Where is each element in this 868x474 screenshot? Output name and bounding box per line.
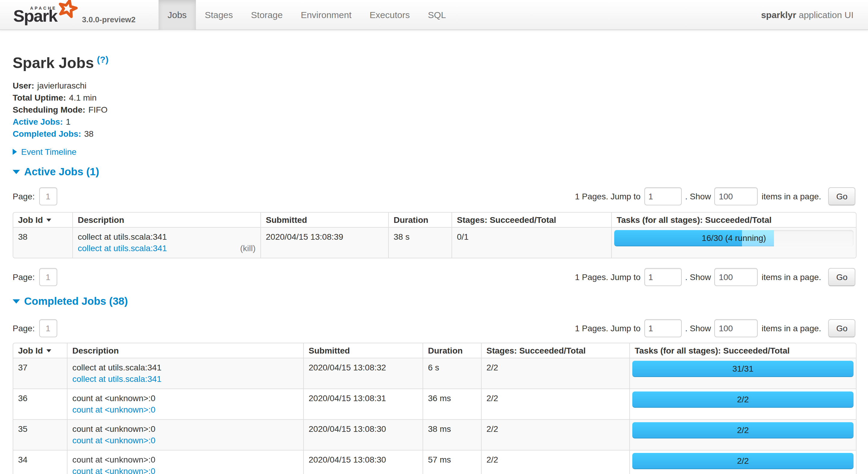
page-number-input[interactable] (39, 319, 57, 337)
column-header-duration[interactable]: Duration (423, 343, 481, 358)
job-description-text: count at <unknown>:0 (72, 424, 299, 435)
spark-jobs-page: APACHE Spark 3.0.0-preview2 JobsStagesSt… (0, 0, 868, 474)
job-detail-link[interactable]: collect at utils.scala:341 (72, 374, 161, 384)
show-count-input[interactable] (715, 187, 758, 205)
job-detail-link[interactable]: collect at utils.scala:341 (78, 243, 167, 253)
jump-to-input[interactable] (644, 319, 681, 337)
submitted-cell: 2020/04/15 13:08:30 (303, 450, 423, 474)
jump-to-input[interactable] (644, 187, 681, 205)
completed-jobs-table: Job IdDescriptionSubmittedDurationStages… (13, 343, 857, 474)
event-timeline-label: Event Timeline (21, 147, 76, 157)
sort-desc-arrow-icon (46, 218, 51, 222)
pagination-right: 1 Pages. Jump to . Show items in a page.… (575, 187, 855, 205)
duration-cell: 38 s (388, 227, 452, 258)
stages-cell: 2/2 (481, 358, 629, 388)
job-description-cell: count at <unknown>:0count at <unknown>:0 (67, 419, 303, 450)
job-detail-link[interactable]: count at <unknown>:0 (72, 435, 156, 445)
pagination-right: 1 Pages. Jump to . Show items in a page.… (575, 319, 855, 337)
go-button[interactable]: Go (829, 268, 855, 286)
column-header-stages[interactable]: Stages: Succeeded/Total (481, 343, 629, 358)
section-completed-jobs[interactable]: Completed Jobs (38) (13, 295, 855, 308)
progress-label: 2/2 (632, 422, 854, 438)
completed-jobs-link[interactable]: Completed Jobs: (13, 129, 81, 138)
page-label: Page: (13, 324, 35, 333)
tab-jobs[interactable]: Jobs (158, 0, 195, 30)
tab-environment[interactable]: Environment (292, 0, 361, 30)
column-header-submitted[interactable]: Submitted (303, 343, 423, 358)
stages-cell: 2/2 (481, 419, 629, 450)
column-header-job[interactable]: Job Id (13, 343, 67, 358)
column-header-description[interactable]: Description (72, 213, 260, 227)
spark-logo[interactable]: APACHE Spark (12, 2, 75, 27)
pagination-right: 1 Pages. Jump to . Show items in a page.… (575, 268, 855, 286)
pagination-left: Page: (13, 187, 57, 205)
completed-jobs-heading: Completed Jobs (38) (24, 295, 128, 307)
submitted-cell: 2020/04/15 13:08:32 (303, 358, 423, 388)
show-count-input[interactable] (715, 268, 758, 286)
progress-label: 2/2 (632, 453, 854, 469)
submitted-cell: 2020/04/15 13:08:30 (303, 419, 423, 450)
column-header-tasks[interactable]: Tasks (for all stages): Succeeded/Total (611, 213, 856, 227)
table-header-row: Job IdDescriptionSubmittedDurationStages… (13, 343, 856, 358)
tasks-progress-bar: 2/2 (632, 392, 854, 408)
job-description-text: collect at utils.scala:341 (78, 231, 255, 243)
app-name-suffix: application UI (796, 10, 854, 20)
summary-list: User:javierluraschi Total Uptime:4.1 min… (13, 79, 855, 140)
nav-tab-storage: Storage (242, 0, 292, 30)
kill-link[interactable]: (kill) (240, 243, 255, 254)
tab-storage[interactable]: Storage (242, 0, 292, 30)
user-label: User: (13, 81, 34, 90)
event-timeline-toggle[interactable]: Event Timeline (13, 146, 855, 158)
pages-text: 1 Pages. Jump to (575, 192, 641, 201)
job-row-34: 34count at <unknown>:0count at <unknown>… (13, 450, 856, 474)
spark-wordmark: Spark (13, 7, 57, 24)
nav-tab-sql: SQL (419, 0, 455, 30)
column-header-job[interactable]: Job Id (13, 213, 72, 227)
column-header-tasks[interactable]: Tasks (for all stages): Succeeded/Total (629, 343, 856, 358)
completed-jobs-count: 38 (84, 129, 93, 138)
jump-to-input[interactable] (644, 268, 681, 286)
job-description-links: count at <unknown>:0 (72, 466, 299, 474)
column-header-duration[interactable]: Duration (388, 213, 452, 227)
submitted-cell: 2020/04/15 13:08:31 (303, 388, 423, 419)
page-title-text: Spark Jobs (13, 54, 94, 71)
nav-tab-executors: Executors (361, 0, 418, 30)
duration-cell: 6 s (423, 358, 481, 388)
show-count-input[interactable] (715, 319, 758, 337)
items-text: items in a page. (762, 324, 821, 333)
tasks-cell: 16/30 (4 running) (611, 227, 856, 258)
active-jobs-link[interactable]: Active Jobs: (13, 117, 63, 127)
section-active-jobs[interactable]: Active Jobs (1) (13, 165, 855, 178)
column-header-description[interactable]: Description (67, 343, 303, 358)
tab-sql[interactable]: SQL (419, 0, 455, 30)
page-number-input[interactable] (39, 187, 57, 205)
column-header-submitted[interactable]: Submitted (260, 213, 388, 227)
column-header-stages[interactable]: Stages: Succeeded/Total (452, 213, 611, 227)
job-description-links: collect at utils.scala:341(kill) (78, 243, 255, 254)
summary-uptime: Total Uptime:4.1 min (13, 92, 855, 104)
job-detail-link[interactable]: count at <unknown>:0 (72, 466, 156, 474)
nav-tab-stages: Stages (195, 0, 242, 30)
job-id-cell: 38 (13, 227, 72, 258)
submitted-cell: 2020/04/15 13:08:39 (260, 227, 388, 258)
pagination-bar: Page: 1 Pages. Jump to . Show items in a… (13, 268, 855, 286)
duration-cell: 57 ms (423, 450, 481, 474)
page-number-input[interactable] (39, 268, 57, 286)
active-jobs-count: 1 (66, 117, 71, 127)
job-description-text: count at <unknown>:0 (72, 454, 299, 466)
duration-cell: 38 ms (423, 419, 481, 450)
go-button[interactable]: Go (829, 187, 855, 205)
navbar: APACHE Spark 3.0.0-preview2 JobsStagesSt… (0, 0, 868, 30)
show-text: . Show (685, 192, 711, 201)
tab-stages[interactable]: Stages (195, 0, 242, 30)
app-name: sparklyr application UI (761, 0, 868, 30)
job-description-links: count at <unknown>:0 (72, 435, 299, 446)
tab-executors[interactable]: Executors (361, 0, 418, 30)
progress-label: 16/30 (4 running) (614, 230, 854, 246)
job-description-cell: count at <unknown>:0count at <unknown>:0 (67, 388, 303, 419)
main-content: Spark Jobs(?) User:javierluraschi Total … (0, 50, 868, 474)
go-button[interactable]: Go (829, 319, 855, 337)
job-detail-link[interactable]: count at <unknown>:0 (72, 405, 156, 414)
help-link[interactable]: (?) (97, 54, 108, 64)
spark-star-icon (57, 0, 79, 20)
